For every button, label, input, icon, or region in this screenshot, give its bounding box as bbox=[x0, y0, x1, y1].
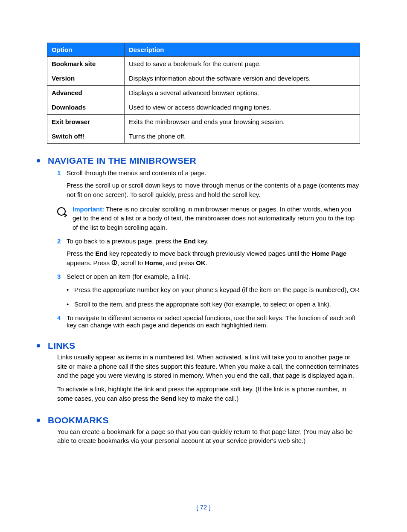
option-cell: Downloads bbox=[47, 100, 125, 115]
heading-links: Links bbox=[47, 341, 360, 351]
menu-key-icon bbox=[111, 259, 117, 268]
table-row: Bookmark siteUsed to save a bookmark for… bbox=[47, 57, 360, 71]
option-cell: Version bbox=[47, 71, 125, 86]
table-row: Switch off!Turns the phone off. bbox=[47, 129, 360, 144]
option-cell: Switch off! bbox=[47, 129, 125, 144]
heading-navigate: Navigate in the minibrowser bbox=[47, 156, 360, 166]
description-cell: Used to view or access downloaded ringin… bbox=[125, 100, 360, 115]
step-4-text: To navigate to different screens or sele… bbox=[67, 314, 355, 329]
option-cell: Advanced bbox=[47, 86, 125, 100]
step-3-text: Select or open an item (for example, a l… bbox=[67, 273, 190, 280]
description-cell: Exits the minibrowser and ends your brow… bbox=[125, 115, 360, 129]
step-number: 3 bbox=[57, 273, 61, 280]
bullet-icon bbox=[37, 419, 40, 422]
option-cell: Bookmark site bbox=[47, 57, 125, 71]
th-description: Description bbox=[125, 43, 360, 57]
th-option: Option bbox=[47, 43, 125, 57]
step-number: 1 bbox=[57, 169, 61, 176]
important-text: There is no circular scrolling in minibr… bbox=[73, 205, 355, 231]
description-cell: Displays a several advanced browser opti… bbox=[125, 86, 360, 100]
bullet-item: Press the appropriate number key on your… bbox=[67, 285, 360, 295]
bullet-icon bbox=[37, 159, 40, 162]
step-2-detail: Press the End key repeatedly to move bac… bbox=[67, 249, 360, 268]
important-icon bbox=[55, 205, 67, 219]
heading-bookmarks-text: Bookmarks bbox=[48, 415, 109, 425]
important-label: Important: bbox=[73, 205, 104, 213]
table-row: Exit browserExits the minibrowser and en… bbox=[47, 115, 360, 129]
step-4: 4 To navigate to different screens or se… bbox=[57, 314, 360, 329]
step-3: 3 Select or open an item (for example, a… bbox=[57, 273, 360, 280]
step-1: 1 Scroll through the menus and contents … bbox=[57, 169, 360, 200]
important-note: Important: There is no circular scrollin… bbox=[55, 205, 360, 232]
bullet-item: Scroll to the item, and press the approp… bbox=[67, 300, 360, 309]
step-1-detail: Press the scroll up or scroll down keys … bbox=[67, 181, 360, 200]
page-number: [ 72 ] bbox=[0, 503, 407, 511]
step-2-text: To go back to a previous page, press the… bbox=[67, 237, 209, 245]
table-row: VersionDisplays information about the so… bbox=[47, 71, 360, 86]
step-2: 2 To go back to a previous page, press t… bbox=[57, 237, 360, 268]
description-cell: Displays information about the software … bbox=[125, 71, 360, 86]
bookmarks-p1: You can create a bookmark for a page so … bbox=[57, 427, 360, 446]
step-1-text: Scroll through the menus and contents of… bbox=[67, 169, 206, 176]
table-row: AdvancedDisplays a several advanced brow… bbox=[47, 86, 360, 100]
description-cell: Used to save a bookmark for the current … bbox=[125, 57, 360, 71]
links-p2: To activate a link, highlight the link a… bbox=[57, 385, 360, 403]
heading-navigate-text: Navigate in the minibrowser bbox=[48, 156, 196, 166]
description-cell: Turns the phone off. bbox=[125, 129, 360, 144]
heading-bookmarks: Bookmarks bbox=[47, 415, 360, 425]
table-row: DownloadsUsed to view or access download… bbox=[47, 100, 360, 115]
step-number: 4 bbox=[57, 314, 61, 321]
option-cell: Exit browser bbox=[47, 115, 125, 129]
heading-links-text: Links bbox=[48, 341, 76, 351]
step-number: 2 bbox=[57, 237, 61, 245]
links-p1: Links usually appear as items in a numbe… bbox=[57, 353, 360, 380]
bullet-icon bbox=[37, 344, 40, 347]
options-table: Option Description Bookmark siteUsed to … bbox=[47, 43, 360, 144]
